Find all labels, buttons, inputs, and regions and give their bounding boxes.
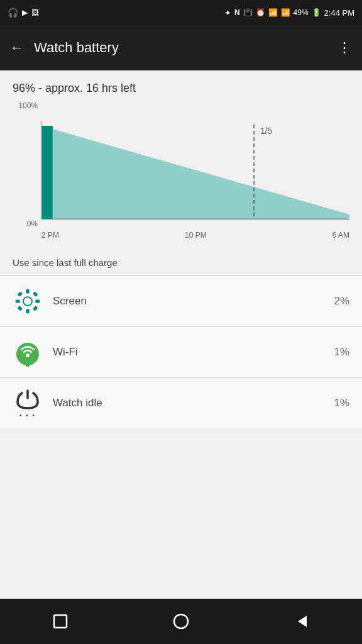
overflow-menu-button[interactable]: ⋮ <box>337 40 352 56</box>
status-icons-left: 🎧 ▶ 🖼 <box>8 8 39 18</box>
nav-back-button[interactable] <box>283 602 321 640</box>
svg-rect-16 <box>17 306 23 311</box>
battery-status-text: 96% - approx. 16 hrs left <box>0 70 362 101</box>
svg-point-20 <box>26 353 30 357</box>
status-icons-right: ✦ N 📳 ⏰ 📶 📶 49% 🔋 2:44 PM <box>224 8 354 18</box>
usage-item-watch-idle[interactable]: • • • Watch idle 1% <box>0 377 362 428</box>
battery-chart-container: 100% 0% <box>0 101 362 246</box>
x-axis-labels: 2 PM 10 PM 6 AM <box>41 228 349 240</box>
page-title: Watch battery <box>34 40 337 56</box>
nfc-icon: N <box>234 8 240 17</box>
youtube-icon: ▶ <box>22 8 28 17</box>
chart-svg: 1/5 <box>41 121 349 228</box>
svg-point-24 <box>174 614 188 628</box>
wifi-icon <box>13 337 43 367</box>
svg-rect-14 <box>17 291 23 297</box>
x-label-10pm: 10 PM <box>185 231 207 240</box>
y-label-0: 0% <box>13 219 38 228</box>
nav-home-button[interactable] <box>162 602 200 640</box>
x-label-6am: 6 AM <box>332 231 349 240</box>
content-area: 96% - approx. 16 hrs left 100% 0% <box>0 70 362 599</box>
power-icon: • • • <box>13 388 43 418</box>
battery-icon: 🔋 <box>312 8 321 17</box>
y-axis-labels: 100% 0% <box>13 101 41 228</box>
x-label-2pm: 2 PM <box>41 231 59 240</box>
chart-wrap: 100% 0% <box>13 101 349 240</box>
battery-pct: 49% <box>293 8 309 17</box>
section-title: Use since last full charge <box>0 246 362 275</box>
svg-rect-11 <box>26 309 29 313</box>
svg-rect-12 <box>16 299 20 303</box>
svg-rect-23 <box>54 615 67 628</box>
photo-icon: 🖼 <box>31 8 39 17</box>
app-bar: ← Watch battery ⋮ <box>0 25 362 70</box>
svg-rect-10 <box>26 289 29 294</box>
svg-text:1/5: 1/5 <box>260 126 272 136</box>
watch-idle-pct: 1% <box>334 397 349 409</box>
svg-marker-25 <box>298 616 307 627</box>
usage-item-screen[interactable]: Screen 2% <box>0 275 362 326</box>
svg-point-18 <box>24 297 31 305</box>
power-dots: • • • <box>19 412 36 419</box>
power-icon-container: • • • <box>15 388 40 419</box>
wifi-pct: 1% <box>334 346 349 358</box>
content-spacer <box>0 428 362 599</box>
svg-rect-13 <box>35 299 40 303</box>
screen-icon <box>13 286 43 316</box>
time-display: 2:44 PM <box>324 8 354 18</box>
svg-rect-15 <box>33 291 38 297</box>
svg-rect-17 <box>33 306 38 311</box>
chart-area: 100% 0% <box>13 101 349 228</box>
nav-bar <box>0 599 362 644</box>
vibrate-icon: 📳 <box>243 8 253 17</box>
svg-marker-6 <box>41 126 53 219</box>
watch-idle-label: Watch idle <box>53 397 334 409</box>
signal-icon: 📶 <box>281 8 290 17</box>
alarm-icon: ⏰ <box>256 8 265 17</box>
usage-list: Screen 2% Wi-Fi 1% <box>0 275 362 428</box>
screen-pct: 2% <box>334 295 349 308</box>
usage-item-wifi[interactable]: Wi-Fi 1% <box>0 326 362 377</box>
wifi-status-icon: 📶 <box>268 8 278 17</box>
status-bar: 🎧 ▶ 🖼 ✦ N 📳 ⏰ 📶 📶 49% 🔋 2:44 PM <box>0 0 362 25</box>
y-label-100: 100% <box>13 101 38 110</box>
wifi-label: Wi-Fi <box>53 346 334 358</box>
headphones-icon: 🎧 <box>8 8 18 18</box>
screen-label: Screen <box>53 295 334 308</box>
bluetooth-icon: ✦ <box>224 8 231 18</box>
back-button[interactable]: ← <box>10 40 24 56</box>
nav-recent-button[interactable] <box>41 602 79 640</box>
